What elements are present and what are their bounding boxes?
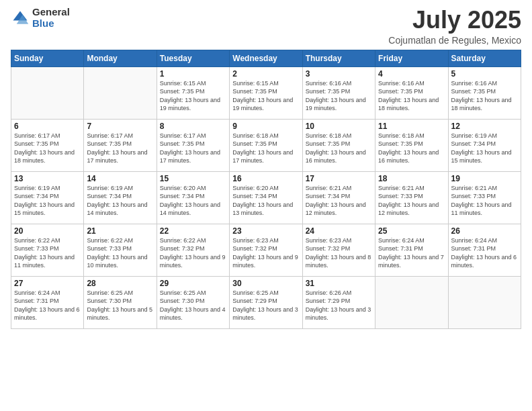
day-info: Sunrise: 6:26 AM Sunset: 7:29 PM Dayligh… — [306, 289, 372, 322]
page: General Blue July 2025 Cojumatlan de Reg… — [0, 0, 532, 411]
calendar-cell: 4Sunrise: 6:16 AM Sunset: 7:35 PM Daylig… — [375, 66, 448, 119]
calendar-week-row: 1Sunrise: 6:15 AM Sunset: 7:35 PM Daylig… — [11, 66, 521, 119]
calendar-cell: 14Sunrise: 6:19 AM Sunset: 7:34 PM Dayli… — [84, 171, 157, 224]
day-info: Sunrise: 6:21 AM Sunset: 7:33 PM Dayligh… — [378, 184, 445, 218]
calendar-cell: 16Sunrise: 6:20 AM Sunset: 7:34 PM Dayli… — [230, 171, 302, 224]
calendar-week-row: 13Sunrise: 6:19 AM Sunset: 7:34 PM Dayli… — [11, 171, 521, 224]
day-info: Sunrise: 6:24 AM Sunset: 7:31 PM Dayligh… — [14, 289, 81, 322]
title-area: July 2025 Cojumatlan de Regules, Mexico — [388, 7, 521, 46]
day-info: Sunrise: 6:22 AM Sunset: 7:32 PM Dayligh… — [160, 236, 226, 270]
day-number: 20 — [14, 226, 81, 236]
calendar-cell: 30Sunrise: 6:25 AM Sunset: 7:29 PM Dayli… — [230, 276, 302, 328]
day-number: 11 — [378, 122, 445, 131]
weekday-header: Wednesday — [230, 50, 302, 66]
day-info: Sunrise: 6:24 AM Sunset: 7:31 PM Dayligh… — [378, 236, 445, 270]
day-number: 13 — [14, 174, 81, 183]
calendar-cell: 8Sunrise: 6:17 AM Sunset: 7:35 PM Daylig… — [157, 119, 229, 171]
calendar-cell: 15Sunrise: 6:20 AM Sunset: 7:34 PM Dayli… — [157, 171, 229, 224]
day-number: 24 — [306, 226, 372, 236]
day-number: 10 — [306, 122, 372, 131]
calendar-cell: 19Sunrise: 6:21 AM Sunset: 7:33 PM Dayli… — [448, 171, 521, 224]
day-info: Sunrise: 6:19 AM Sunset: 7:34 PM Dayligh… — [14, 184, 81, 218]
calendar-cell: 22Sunrise: 6:22 AM Sunset: 7:32 PM Dayli… — [157, 224, 229, 276]
day-number: 8 — [160, 122, 226, 131]
day-info: Sunrise: 6:25 AM Sunset: 7:30 PM Dayligh… — [160, 289, 226, 322]
day-number: 27 — [14, 279, 81, 288]
logo-text: General Blue — [32, 7, 70, 29]
calendar-cell: 31Sunrise: 6:26 AM Sunset: 7:29 PM Dayli… — [302, 276, 375, 328]
calendar-cell: 3Sunrise: 6:16 AM Sunset: 7:35 PM Daylig… — [302, 66, 375, 119]
day-number: 2 — [232, 69, 299, 79]
day-number: 16 — [232, 174, 299, 183]
calendar-cell: 13Sunrise: 6:19 AM Sunset: 7:34 PM Dayli… — [11, 171, 84, 224]
calendar-week-row: 20Sunrise: 6:22 AM Sunset: 7:33 PM Dayli… — [11, 224, 521, 276]
day-info: Sunrise: 6:15 AM Sunset: 7:35 PM Dayligh… — [160, 79, 226, 113]
calendar-cell — [375, 276, 448, 328]
day-info: Sunrise: 6:18 AM Sunset: 7:35 PM Dayligh… — [232, 132, 299, 165]
day-info: Sunrise: 6:25 AM Sunset: 7:29 PM Dayligh… — [232, 289, 299, 322]
day-info: Sunrise: 6:22 AM Sunset: 7:33 PM Dayligh… — [14, 236, 81, 270]
day-number: 31 — [306, 279, 372, 288]
day-number: 19 — [451, 174, 518, 183]
day-info: Sunrise: 6:15 AM Sunset: 7:35 PM Dayligh… — [232, 79, 299, 113]
calendar-cell — [84, 66, 157, 119]
main-title: July 2025 — [388, 7, 521, 34]
calendar-cell: 29Sunrise: 6:25 AM Sunset: 7:30 PM Dayli… — [157, 276, 229, 328]
day-number: 22 — [160, 226, 226, 236]
day-info: Sunrise: 6:17 AM Sunset: 7:35 PM Dayligh… — [160, 132, 226, 165]
day-info: Sunrise: 6:22 AM Sunset: 7:33 PM Dayligh… — [87, 236, 153, 270]
header: General Blue July 2025 Cojumatlan de Reg… — [11, 7, 521, 46]
weekday-header: Friday — [375, 50, 448, 66]
calendar-cell: 28Sunrise: 6:25 AM Sunset: 7:30 PM Dayli… — [84, 276, 157, 328]
day-number: 15 — [160, 174, 226, 183]
calendar-cell: 21Sunrise: 6:22 AM Sunset: 7:33 PM Dayli… — [84, 224, 157, 276]
day-info: Sunrise: 6:19 AM Sunset: 7:34 PM Dayligh… — [451, 132, 518, 165]
day-number: 12 — [451, 122, 518, 131]
day-number: 3 — [306, 69, 372, 79]
day-info: Sunrise: 6:16 AM Sunset: 7:35 PM Dayligh… — [306, 79, 372, 113]
day-number: 28 — [87, 279, 153, 288]
day-number: 23 — [232, 226, 299, 236]
calendar-cell: 23Sunrise: 6:23 AM Sunset: 7:32 PM Dayli… — [230, 224, 302, 276]
calendar-cell — [448, 276, 521, 328]
day-number: 30 — [232, 279, 299, 288]
day-info: Sunrise: 6:16 AM Sunset: 7:35 PM Dayligh… — [378, 79, 445, 113]
day-info: Sunrise: 6:20 AM Sunset: 7:34 PM Dayligh… — [232, 184, 299, 218]
day-info: Sunrise: 6:21 AM Sunset: 7:33 PM Dayligh… — [451, 184, 518, 218]
day-number: 17 — [306, 174, 372, 183]
day-number: 9 — [232, 122, 299, 131]
calendar-cell: 10Sunrise: 6:18 AM Sunset: 7:35 PM Dayli… — [302, 119, 375, 171]
calendar-cell: 25Sunrise: 6:24 AM Sunset: 7:31 PM Dayli… — [375, 224, 448, 276]
calendar-header-row: SundayMondayTuesdayWednesdayThursdayFrid… — [11, 50, 521, 66]
day-number: 26 — [451, 226, 518, 236]
calendar-cell: 26Sunrise: 6:24 AM Sunset: 7:31 PM Dayli… — [448, 224, 521, 276]
calendar-cell: 6Sunrise: 6:17 AM Sunset: 7:35 PM Daylig… — [11, 119, 84, 171]
calendar-cell: 27Sunrise: 6:24 AM Sunset: 7:31 PM Dayli… — [11, 276, 84, 328]
subtitle: Cojumatlan de Regules, Mexico — [388, 35, 521, 46]
weekday-header: Monday — [84, 50, 157, 66]
calendar-week-row: 6Sunrise: 6:17 AM Sunset: 7:35 PM Daylig… — [11, 119, 521, 171]
day-number: 4 — [378, 69, 445, 79]
day-number: 5 — [451, 69, 518, 79]
day-info: Sunrise: 6:19 AM Sunset: 7:34 PM Dayligh… — [87, 184, 153, 218]
logo-blue: Blue — [32, 18, 70, 30]
day-number: 21 — [87, 226, 153, 236]
day-number: 18 — [378, 174, 445, 183]
day-info: Sunrise: 6:18 AM Sunset: 7:35 PM Dayligh… — [306, 132, 372, 165]
calendar-week-row: 27Sunrise: 6:24 AM Sunset: 7:31 PM Dayli… — [11, 276, 521, 328]
calendar-cell: 5Sunrise: 6:16 AM Sunset: 7:35 PM Daylig… — [448, 66, 521, 119]
calendar-cell: 7Sunrise: 6:17 AM Sunset: 7:35 PM Daylig… — [84, 119, 157, 171]
day-number: 1 — [160, 69, 226, 79]
calendar-cell: 2Sunrise: 6:15 AM Sunset: 7:35 PM Daylig… — [230, 66, 302, 119]
day-number: 29 — [160, 279, 226, 288]
calendar: SundayMondayTuesdayWednesdayThursdayFrid… — [11, 50, 521, 329]
weekday-header: Saturday — [448, 50, 521, 66]
calendar-cell — [11, 66, 84, 119]
calendar-cell: 12Sunrise: 6:19 AM Sunset: 7:34 PM Dayli… — [448, 119, 521, 171]
calendar-cell: 1Sunrise: 6:15 AM Sunset: 7:35 PM Daylig… — [157, 66, 229, 119]
logo-icon — [11, 9, 30, 28]
day-number: 6 — [14, 122, 81, 131]
day-info: Sunrise: 6:21 AM Sunset: 7:34 PM Dayligh… — [306, 184, 372, 218]
day-info: Sunrise: 6:17 AM Sunset: 7:35 PM Dayligh… — [87, 132, 153, 165]
logo-general: General — [32, 7, 70, 18]
